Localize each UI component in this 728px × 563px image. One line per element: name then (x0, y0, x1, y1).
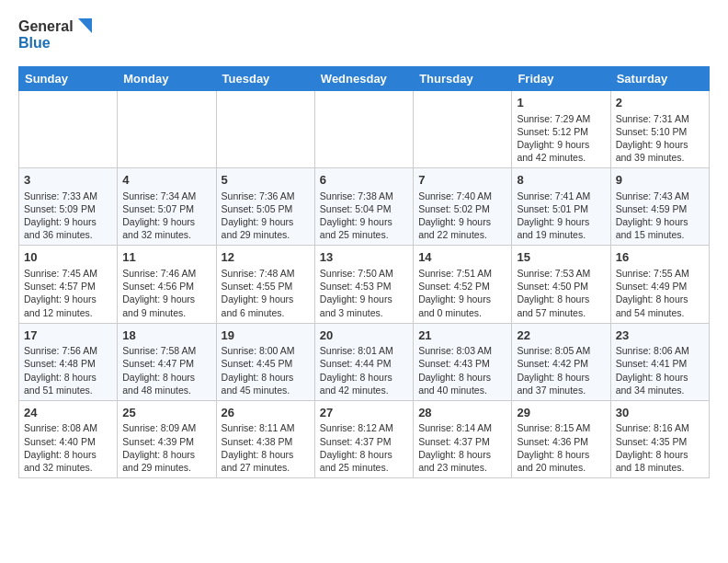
day-number: 28 (418, 405, 506, 421)
day-info: Daylight: 8 hours (222, 448, 310, 461)
calendar-cell: 11Sunrise: 7:46 AMSunset: 4:56 PMDayligh… (118, 246, 216, 323)
day-number: 15 (517, 249, 605, 266)
calendar-cell: 17Sunrise: 7:56 AMSunset: 4:48 PMDayligh… (19, 323, 118, 400)
day-info: and 45 minutes. (222, 384, 310, 396)
day-number: 14 (418, 249, 506, 266)
logo-svg: GeneralBlue (18, 15, 92, 55)
day-info: and 6 minutes. (222, 306, 310, 319)
calendar-header-row: SundayMondayTuesdayWednesdayThursdayFrid… (19, 67, 710, 91)
day-info: Sunrise: 8:14 AM (418, 421, 506, 434)
day-number: 12 (222, 249, 310, 266)
day-info: Sunrise: 8:08 AM (24, 421, 112, 434)
calendar-week-row: 10Sunrise: 7:45 AMSunset: 4:57 PMDayligh… (19, 246, 710, 323)
day-info: and 32 minutes. (24, 461, 112, 474)
day-info: Sunset: 4:52 PM (418, 280, 506, 293)
day-number: 4 (122, 172, 210, 189)
day-info: and 19 minutes. (517, 228, 605, 241)
calendar-cell: 2Sunrise: 7:31 AMSunset: 5:10 PMDaylight… (610, 91, 709, 168)
day-info: Sunrise: 7:29 AM (517, 112, 605, 125)
calendar-week-row: 24Sunrise: 8:08 AMSunset: 4:40 PMDayligh… (19, 400, 710, 477)
day-number: 30 (616, 405, 704, 421)
day-info: and 29 minutes. (222, 228, 310, 241)
day-number: 27 (320, 405, 408, 421)
calendar-cell: 29Sunrise: 8:15 AMSunset: 4:36 PMDayligh… (512, 400, 610, 477)
day-info: Sunset: 4:38 PM (222, 435, 310, 448)
weekday-header: Tuesday (216, 67, 314, 91)
calendar-cell (414, 91, 512, 168)
day-info: Daylight: 9 hours (616, 138, 704, 151)
day-info: Sunrise: 7:45 AM (24, 267, 112, 280)
day-info: Daylight: 9 hours (418, 293, 506, 305)
weekday-header: Wednesday (314, 67, 413, 91)
calendar-cell: 14Sunrise: 7:51 AMSunset: 4:52 PMDayligh… (414, 246, 512, 323)
day-info: Sunset: 4:44 PM (320, 357, 408, 370)
day-info: Daylight: 8 hours (517, 371, 605, 384)
day-info: Daylight: 9 hours (222, 215, 310, 228)
day-info: Sunset: 5:09 PM (24, 202, 112, 215)
weekday-header: Friday (512, 67, 610, 91)
day-info: Daylight: 8 hours (222, 371, 310, 384)
day-info: Sunrise: 7:46 AM (122, 267, 210, 280)
day-info: Sunset: 5:07 PM (122, 202, 210, 215)
day-info: Sunrise: 7:56 AM (24, 344, 112, 357)
day-number: 29 (517, 405, 605, 421)
day-info: Daylight: 8 hours (418, 371, 506, 384)
calendar-cell: 25Sunrise: 8:09 AMSunset: 4:39 PMDayligh… (118, 400, 216, 477)
weekday-header: Saturday (610, 67, 709, 91)
day-info: and 42 minutes. (517, 151, 605, 164)
day-info: Daylight: 8 hours (517, 448, 605, 461)
calendar-cell: 12Sunrise: 7:48 AMSunset: 4:55 PMDayligh… (216, 246, 314, 323)
calendar-cell: 5Sunrise: 7:36 AMSunset: 5:05 PMDaylight… (216, 168, 314, 246)
day-info: Daylight: 8 hours (320, 448, 408, 461)
day-number: 17 (24, 327, 112, 344)
day-number: 8 (517, 172, 605, 189)
day-info: and 0 minutes. (418, 306, 506, 319)
day-info: Sunrise: 7:48 AM (222, 267, 310, 280)
day-info: and 40 minutes. (418, 384, 506, 396)
day-info: Sunrise: 8:06 AM (616, 344, 704, 357)
day-info: Daylight: 8 hours (24, 371, 112, 384)
weekday-header: Sunday (19, 67, 118, 91)
day-info: Daylight: 8 hours (616, 371, 704, 384)
day-info: Sunrise: 7:33 AM (24, 190, 112, 202)
day-number: 5 (222, 172, 310, 189)
day-number: 1 (517, 95, 605, 111)
calendar-cell: 16Sunrise: 7:55 AMSunset: 4:49 PMDayligh… (610, 246, 709, 323)
day-info: Sunset: 4:56 PM (122, 280, 210, 293)
day-info: Sunset: 5:02 PM (418, 202, 506, 215)
day-info: Daylight: 8 hours (418, 448, 506, 461)
svg-text:General: General (18, 18, 74, 34)
day-info: Sunrise: 7:53 AM (517, 267, 605, 280)
calendar-cell: 18Sunrise: 7:58 AMSunset: 4:47 PMDayligh… (118, 323, 216, 400)
logo: GeneralBlue (18, 15, 92, 55)
day-info: Daylight: 9 hours (517, 215, 605, 228)
page: GeneralBlue SundayMondayTuesdayWednesday… (0, 0, 728, 493)
day-number: 24 (24, 405, 112, 421)
day-number: 21 (418, 327, 506, 344)
day-info: Sunrise: 8:09 AM (122, 421, 210, 434)
day-info: Daylight: 9 hours (616, 215, 704, 228)
day-number: 19 (222, 327, 310, 344)
calendar-cell: 4Sunrise: 7:34 AMSunset: 5:07 PMDaylight… (118, 168, 216, 246)
day-info: and 20 minutes. (517, 461, 605, 474)
day-info: Daylight: 9 hours (418, 215, 506, 228)
day-number: 23 (616, 327, 704, 344)
day-info: Sunrise: 8:01 AM (320, 344, 408, 357)
day-number: 13 (320, 249, 408, 266)
day-info: Sunrise: 8:16 AM (616, 421, 704, 434)
day-info: Sunrise: 7:34 AM (122, 190, 210, 202)
day-info: Daylight: 8 hours (616, 448, 704, 461)
day-info: Sunset: 4:42 PM (517, 357, 605, 370)
day-info: Sunrise: 8:15 AM (517, 421, 605, 434)
day-info: Sunset: 4:47 PM (122, 357, 210, 370)
day-info: Daylight: 9 hours (320, 215, 408, 228)
day-info: Sunset: 5:10 PM (616, 125, 704, 138)
day-info: Sunrise: 8:00 AM (222, 344, 310, 357)
calendar-cell: 24Sunrise: 8:08 AMSunset: 4:40 PMDayligh… (19, 400, 118, 477)
day-info: and 48 minutes. (122, 384, 210, 396)
day-info: Sunrise: 7:31 AM (616, 112, 704, 125)
day-info: and 15 minutes. (616, 228, 704, 241)
day-info: Sunset: 4:55 PM (222, 280, 310, 293)
day-info: Sunset: 4:39 PM (122, 435, 210, 448)
day-number: 18 (122, 327, 210, 344)
